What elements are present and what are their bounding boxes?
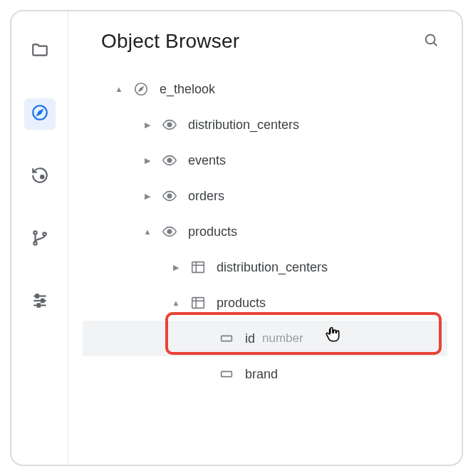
history-icon: [31, 166, 49, 187]
eye-icon: [161, 152, 178, 169]
compass-icon: [132, 81, 150, 98]
object-browser-panel: Object Browser ▲ e_thelook ▶ dist: [10, 10, 463, 466]
node-label: events: [188, 153, 226, 168]
svg-point-17: [167, 158, 172, 162]
field-icon: [218, 330, 235, 347]
main-pane: Object Browser ▲ e_thelook ▶ dist: [68, 11, 462, 465]
rail-compass[interactable]: [24, 98, 56, 130]
eye-icon: [161, 116, 178, 133]
rail-filter[interactable]: [24, 286, 56, 318]
chevron-right-icon: ▶: [142, 156, 152, 165]
svg-rect-20: [192, 262, 204, 273]
node-label: orders: [188, 189, 224, 204]
tree-node-field-brand[interactable]: brand: [83, 356, 447, 392]
svg-rect-9: [36, 294, 38, 297]
compass-icon: [31, 103, 49, 125]
tree-node-table-products[interactable]: ▲ products: [83, 285, 447, 321]
header: Object Browser: [83, 30, 447, 67]
folder-icon: [31, 41, 49, 62]
eye-icon: [161, 223, 178, 240]
chevron-down-icon: ▲: [171, 299, 181, 307]
svg-point-5: [43, 232, 46, 235]
svg-rect-11: [37, 304, 39, 306]
tree-node-field-id[interactable]: id number: [83, 321, 447, 356]
rail-history[interactable]: [24, 161, 56, 192]
tree-node-view[interactable]: ▶ orders: [83, 178, 447, 214]
svg-point-19: [167, 229, 172, 234]
tree-node-view[interactable]: ▶ distribution_centers: [83, 107, 447, 143]
table-icon: [189, 294, 207, 311]
svg-point-18: [167, 194, 172, 198]
branch-icon: [31, 229, 49, 250]
rail-branch[interactable]: [24, 224, 56, 255]
tree-node-view[interactable]: ▶ events: [83, 143, 447, 178]
svg-point-3: [33, 231, 36, 234]
svg-rect-27: [222, 371, 232, 376]
table-icon: [189, 259, 207, 276]
chevron-right-icon: ▶: [171, 263, 181, 272]
node-label: products: [188, 224, 237, 239]
node-label: e_thelook: [160, 82, 215, 97]
filter-icon: [31, 291, 49, 313]
svg-point-16: [167, 123, 172, 127]
svg-marker-1: [37, 110, 42, 115]
tree-node-table[interactable]: ▶ distribution_centers: [83, 249, 447, 285]
chevron-right-icon: ▶: [142, 192, 152, 201]
node-label: distribution_centers: [188, 118, 299, 133]
side-rail: [11, 11, 68, 465]
node-label: brand: [245, 367, 278, 382]
chevron-down-icon: ▲: [142, 227, 152, 236]
svg-rect-23: [192, 298, 204, 309]
node-label: distribution_centers: [217, 260, 328, 275]
chevron-right-icon: ▶: [142, 120, 152, 130]
tree-node-model[interactable]: ▲ e_thelook: [83, 71, 447, 107]
svg-point-12: [426, 35, 435, 44]
search-button[interactable]: [423, 32, 439, 51]
node-label: id: [245, 331, 255, 346]
svg-line-13: [434, 43, 437, 46]
tree-node-view-products[interactable]: ▲ products: [83, 214, 447, 249]
rail-folder[interactable]: [24, 36, 56, 67]
eye-icon: [161, 187, 178, 205]
tree: ▲ e_thelook ▶ distribution_centers ▶ eve…: [83, 67, 447, 465]
page-title: Object Browser: [101, 30, 239, 53]
search-icon: [423, 32, 439, 51]
chevron-down-icon: ▲: [114, 85, 124, 93]
svg-point-2: [41, 175, 43, 178]
svg-rect-26: [222, 336, 232, 341]
node-type: number: [262, 331, 303, 346]
node-label: products: [217, 296, 266, 311]
svg-point-4: [33, 242, 36, 244]
svg-rect-10: [41, 299, 43, 302]
field-icon: [218, 366, 235, 383]
svg-marker-15: [139, 87, 143, 91]
